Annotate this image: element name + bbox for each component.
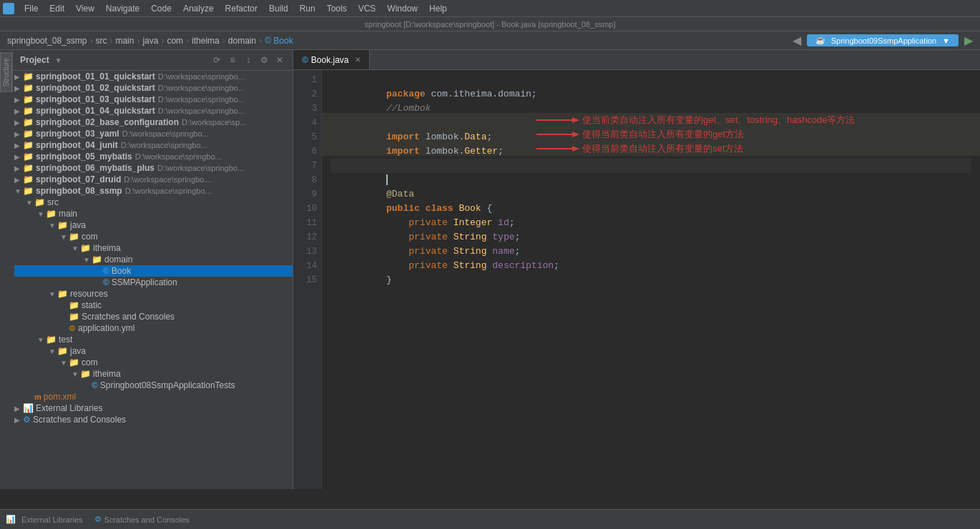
menu-analyze[interactable]: Analyze	[177, 2, 220, 15]
tree-node-p7[interactable]: ▶ 📁 springboot_04_junit D:\workspace\spr…	[14, 139, 293, 151]
tree-node-appyml[interactable]: ⚙ application.yml	[14, 322, 293, 334]
code-line-9: public class Book {	[330, 187, 971, 202]
bc-src[interactable]: src	[95, 36, 107, 46]
bottom-external-libraries[interactable]: External Libraries	[21, 515, 83, 524]
structure-tab[interactable]: Structure	[0, 53, 12, 92]
code-line-13: private String description;	[330, 244, 971, 259]
sidebar-settings-btn[interactable]: ⚙	[257, 53, 271, 67]
menubar: File Edit View Navigate Code Analyze Ref…	[0, 0, 980, 17]
menu-code[interactable]: Code	[145, 2, 177, 15]
bc-project[interactable]: springboot_08_ssmp	[7, 36, 87, 46]
tree-node-p6[interactable]: ▶ 📁 springboot_03_yaml D:\workspace\spri…	[14, 128, 293, 139]
editor-area: © Book.java ✕ 1 2 3 4 5 6 7 8 9 10 11 12…	[293, 50, 980, 489]
project-label: Project	[20, 55, 49, 65]
tree-node-p1[interactable]: ▶ 📁 springboot_01_01_quickstart D:\works…	[14, 71, 293, 82]
code-line-4: import lombok.Data;	[330, 116, 971, 130]
bc-domain[interactable]: domain	[228, 36, 256, 46]
tree-node-test-com[interactable]: ▼ 📁 com	[14, 357, 293, 368]
run-button[interactable]: ▶	[964, 34, 973, 47]
bc-book[interactable]: © Book	[265, 36, 293, 46]
bottom-scratches-icon: ⚙	[94, 515, 102, 524]
code-content[interactable]: package com.itheima.domain; //Lombok imp…	[322, 70, 980, 489]
menu-tools[interactable]: Tools	[321, 2, 353, 15]
editor-tabs-bar: © Book.java ✕	[293, 50, 980, 70]
code-line-5: import lombok.Getter;	[330, 130, 971, 144]
tree-node-test-itheima[interactable]: ▼ 📁 itheima	[14, 368, 293, 380]
project-tree: ▶ 📁 springboot_01_01_quickstart D:\works…	[0, 71, 293, 489]
menu-navigate[interactable]: Navigate	[100, 2, 145, 15]
project-dropdown-icon[interactable]: ▼	[55, 56, 62, 64]
bottom-bar: 📊 External Libraries ⚙ Scratches and Con…	[0, 509, 980, 529]
tree-node-p4[interactable]: ▶ 📁 springboot_01_04_quickstart D:\works…	[14, 105, 293, 117]
tree-node-p11[interactable]: ▼ 📁 springboot_08_ssmp D:\workspace\spri…	[14, 185, 293, 197]
nav-back-btn[interactable]: ◀	[793, 34, 801, 47]
code-line-7	[330, 159, 971, 173]
bc-com[interactable]: com	[167, 36, 183, 46]
code-line-6: import lombok.Setter;	[330, 144, 971, 159]
tree-node-ssmpapp[interactable]: © SSMPApplication	[14, 277, 293, 288]
menu-file[interactable]: File	[19, 2, 44, 15]
code-line-12: private String name;	[330, 230, 971, 244]
menu-edit[interactable]: Edit	[44, 2, 70, 15]
tree-node-static[interactable]: 📁 static	[14, 300, 293, 311]
sidebar-header: Structure Project ▼ ⟳ ≡ ↕ ⚙ ✕	[0, 50, 293, 71]
line-numbers: 1 2 3 4 5 6 7 8 9 10 11 12 13 14 15	[293, 70, 322, 489]
tree-node-itheima[interactable]: ▼ 📁 itheima	[14, 242, 293, 254]
run-config-name: Springboot09SsmpApplication	[831, 36, 936, 45]
tree-node-p8[interactable]: ▶ 📁 springboot_05_mybatis D:\workspace\s…	[14, 151, 293, 162]
tree-node-resources[interactable]: ▼ 📁 resources	[14, 288, 293, 300]
menu-build[interactable]: Build	[263, 2, 294, 15]
tree-node-test-java[interactable]: ▼ 📁 java	[14, 345, 293, 357]
tree-node-pom[interactable]: m pom.xml	[14, 391, 293, 402]
tree-node-p5[interactable]: ▶ 📁 springboot_02_base_configuration D:\…	[14, 117, 293, 128]
run-config-dropdown[interactable]: ▼	[942, 36, 950, 45]
code-line-2: //Lombok	[330, 87, 971, 102]
menu-view[interactable]: View	[70, 2, 100, 15]
title-text: springboot [D:\workspace\springboot] - B…	[365, 20, 616, 29]
code-editor[interactable]: 1 2 3 4 5 6 7 8 9 10 11 12 13 14 15 pac	[293, 70, 980, 489]
tree-node-book[interactable]: © Book	[14, 265, 293, 277]
tree-node-java[interactable]: ▼ 📁 java	[14, 219, 293, 231]
sidebar-refresh-btn[interactable]: ⟳	[210, 53, 224, 67]
tree-node-templates[interactable]: 📁 Scratches and Consoles	[14, 311, 293, 322]
main-area: Structure Project ▼ ⟳ ≡ ↕ ⚙ ✕ ▶ 📁	[0, 50, 980, 489]
tab-close-btn[interactable]: ✕	[355, 56, 361, 64]
tree-node-ext-libs[interactable]: ▶ 📊 External Libraries	[14, 402, 293, 414]
bottom-external-icon: 📊	[6, 515, 16, 524]
breadcrumb: springboot_08_ssmp › src › main › java ›…	[0, 31, 980, 50]
sidebar-sort-btn[interactable]: ↕	[241, 53, 255, 67]
tree-node-src[interactable]: ▼ 📁 src	[14, 197, 293, 208]
menu-refactor[interactable]: Refactor	[220, 2, 263, 15]
titlebar: springboot [D:\workspace\springboot] - B…	[0, 17, 980, 31]
code-line-8: @Data	[330, 173, 971, 187]
tree-node-test[interactable]: ▼ 📁 test	[14, 334, 293, 345]
bc-main[interactable]: main	[115, 36, 134, 46]
menu-run[interactable]: Run	[294, 2, 321, 15]
tree-node-scratches[interactable]: ▶ ⚙ Scratches and Consoles	[14, 414, 293, 425]
tab-book-label: Book.java	[311, 55, 349, 65]
tree-node-p9[interactable]: ▶ 📁 springboot_06_mybatis_plus D:\worksp…	[14, 162, 293, 174]
menu-vcs[interactable]: VCS	[353, 2, 382, 15]
code-line-3	[330, 102, 971, 116]
tree-node-p10[interactable]: ▶ 📁 springboot_07_druid D:\workspace\spr…	[14, 174, 293, 185]
code-line-15	[330, 273, 971, 287]
tree-node-domain[interactable]: ▼ 📁 domain	[14, 254, 293, 265]
code-line-1: package com.itheima.domain;	[330, 73, 971, 87]
menu-window[interactable]: Window	[381, 2, 423, 15]
sidebar-close-btn[interactable]: ✕	[273, 53, 287, 67]
app-icon	[3, 3, 14, 14]
code-line-11: private String type;	[330, 216, 971, 230]
run-config-selector[interactable]: ☕ Springboot09SsmpApplication ▼	[807, 34, 959, 46]
tree-node-com[interactable]: ▼ 📁 com	[14, 231, 293, 242]
tree-node-test-class[interactable]: © Springboot08SsmpApplicationTests	[14, 380, 293, 391]
tree-node-p3[interactable]: ▶ 📁 springboot_01_03_quickstart D:\works…	[14, 94, 293, 105]
tree-node-p2[interactable]: ▶ 📁 springboot_01_02_quickstart D:\works…	[14, 82, 293, 94]
editor-tab-book[interactable]: © Book.java ✕	[293, 50, 370, 69]
code-line-14: }	[330, 259, 971, 273]
tree-node-main[interactable]: ▼ 📁 main	[14, 208, 293, 219]
bc-itheima[interactable]: itheima	[192, 36, 220, 46]
sidebar-collapse-btn[interactable]: ≡	[225, 53, 240, 67]
bc-java[interactable]: java	[142, 36, 158, 46]
menu-help[interactable]: Help	[423, 2, 453, 15]
bottom-scratches[interactable]: Scratches and Consoles	[104, 515, 190, 524]
